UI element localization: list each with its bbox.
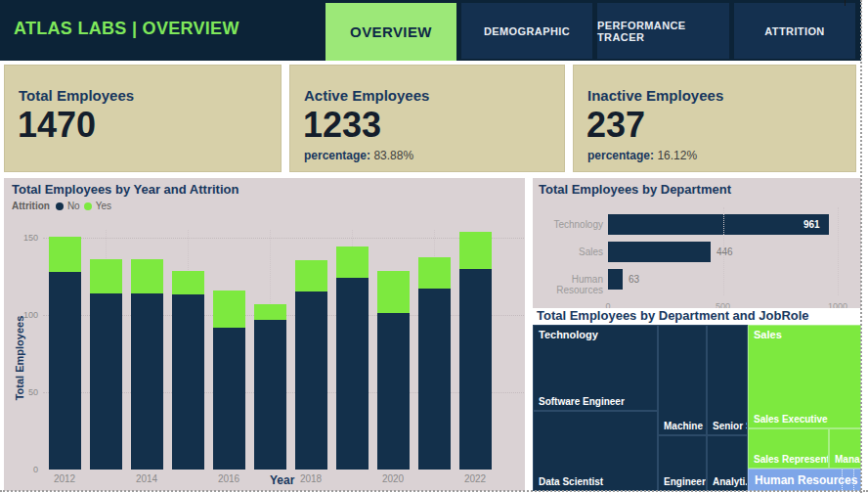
legend-dot-yes (84, 202, 92, 210)
treemap-cell-label: Senior S... (713, 421, 748, 431)
dept-value: 446 (716, 246, 733, 257)
card-value: 1233 (303, 105, 381, 146)
kpi-cards: Total Employees1470Active Employees1233p… (4, 65, 856, 172)
bar-plot-area: 050100150201220142016201820202022 (43, 230, 524, 470)
treemap-cell-label: Mana... (835, 454, 861, 465)
card-percentage-value: 83.88% (373, 149, 413, 162)
treemap-cell-engineering-manager[interactable]: Engineerin... (658, 435, 707, 491)
dept-x-tick-label: 500 (709, 301, 738, 308)
treemap-cell-software-engineer[interactable]: TechnologySoftware Engineer (533, 325, 658, 411)
treemap-cell-label: Machine ... (664, 421, 707, 431)
bar-segment-yes[interactable] (213, 291, 245, 328)
chart-title: Total Employees by Year and Attrition (12, 182, 239, 197)
dept-bar-human-resources[interactable] (608, 269, 623, 290)
nav-tabs: OVERVIEWDEMOGRAPHICPERFORMANCE TRACERATT… (326, 3, 855, 60)
treemap-cell-label: Data Scientist (539, 476, 603, 487)
bar-2020[interactable] (377, 271, 410, 470)
dept-bar-sales[interactable] (608, 242, 711, 262)
attrition-legend: Attrition No Yes (12, 201, 111, 211)
bar-2018[interactable] (295, 260, 327, 470)
bar-segment-no[interactable] (172, 294, 204, 470)
bar-segment-no[interactable] (377, 313, 410, 470)
card-percentage: percentage: 16.12% (587, 149, 697, 162)
dept-bar-technology[interactable] (608, 214, 829, 235)
bar-2015[interactable] (172, 271, 204, 470)
bar-2022[interactable] (459, 232, 492, 470)
x-tick-label: 2014 (127, 473, 166, 484)
header-bar: ATLAS LABS | OVERVIEW OVERVIEWDEMOGRAPHI… (0, 0, 861, 61)
bar-segment-no[interactable] (254, 320, 286, 470)
treemap-title: Total Employees by Department and JobRol… (537, 308, 809, 323)
y-tick-label: 50 (9, 387, 38, 397)
bar-segment-yes[interactable] (131, 259, 163, 293)
treemap-cell-label: Engineerin... (664, 476, 707, 487)
card-percentage-label: percentage: (304, 149, 370, 162)
kpi-card-inactive-employees: Inactive Employees237percentage: 16.12% (573, 65, 856, 172)
dept-label-human-resources: Human Resources (533, 274, 603, 295)
treemap-group-label: Technology (539, 329, 598, 340)
bar-segment-yes[interactable] (377, 271, 410, 313)
bar-segment-no[interactable] (49, 272, 81, 470)
legend-dot-no (56, 202, 64, 210)
chart-title: Total Employees by Department (539, 182, 731, 197)
tab-attrition[interactable]: ATTRITION (734, 3, 855, 59)
bar-2012[interactable] (49, 237, 81, 470)
bar-2017[interactable] (254, 304, 286, 470)
tab-performance-tracer[interactable]: PERFORMANCE TRACER (597, 3, 729, 59)
bar-segment-yes[interactable] (90, 259, 122, 293)
chart-department: Total Employees by Department Technology… (533, 178, 861, 308)
bar-segment-yes[interactable] (295, 260, 327, 291)
bar-2021[interactable] (418, 257, 451, 470)
treemap-cell-manager[interactable]: Mana... (829, 428, 861, 469)
treemap-cell-label: Sales Representati... (754, 454, 829, 465)
treemap-cell-sales-representative[interactable]: Sales Representati... (748, 428, 829, 469)
bar-segment-no[interactable] (131, 293, 163, 470)
bar-segment-yes[interactable] (49, 237, 81, 272)
bar-segment-no[interactable] (295, 291, 327, 470)
bar-segment-no[interactable] (90, 293, 122, 470)
bar-segment-yes[interactable] (172, 271, 204, 294)
card-percentage-label: percentage: (587, 149, 654, 162)
tab-overview[interactable]: OVERVIEW (326, 3, 456, 61)
treemap-cell-senior-software[interactable]: Senior S... (707, 325, 748, 435)
dept-value: 63 (629, 274, 639, 285)
bar-segment-yes[interactable] (254, 304, 286, 320)
y-tick-label: 150 (9, 233, 38, 243)
legend-label-yes: Yes (96, 201, 111, 211)
bar-segment-no[interactable] (459, 269, 492, 470)
page-title: ATLAS LABS | OVERVIEW (14, 19, 239, 39)
treemap-cell-label: Sales Executive (754, 414, 828, 425)
tab-demographic[interactable]: DEMOGRAPHIC (461, 3, 592, 59)
bar-segment-yes[interactable] (336, 246, 369, 278)
bar-segment-no[interactable] (418, 289, 451, 470)
treemap-department-jobrole: TechnologySoftware EngineerData Scientis… (533, 325, 861, 491)
bar-segment-yes[interactable] (418, 257, 451, 289)
legend-label-no: No (67, 201, 80, 211)
x-tick-label: 2020 (373, 473, 412, 484)
y-tick-label: 100 (9, 310, 38, 320)
card-title: Active Employees (304, 87, 429, 104)
bar-2019[interactable] (336, 246, 369, 470)
treemap-cell-divider (842, 470, 843, 490)
treemap-cell-human-resources[interactable]: Human Resources (748, 469, 861, 491)
bar-2016[interactable] (213, 291, 245, 470)
dept-label-technology: Technology (533, 219, 603, 230)
bar-2014[interactable] (131, 259, 163, 470)
x-tick-label: 2012 (45, 473, 84, 484)
bar-segment-no[interactable] (213, 328, 245, 470)
selection-border-right (860, 0, 862, 493)
treemap-cell-data-scientist[interactable]: Data Scientist (533, 411, 658, 491)
card-value: 237 (586, 105, 645, 146)
card-title: Inactive Employees (587, 87, 723, 104)
x-tick-label: 2016 (209, 473, 248, 484)
card-percentage-value: 16.12% (657, 149, 697, 162)
treemap-cell-sales-executive[interactable]: SalesSales Executive (748, 325, 861, 428)
treemap-cell-analytics[interactable]: Analyti... (707, 435, 748, 491)
card-percentage: percentage: 83.88% (304, 149, 413, 162)
y-tick-label: 0 (9, 465, 38, 474)
bar-segment-no[interactable] (336, 278, 369, 470)
treemap-cell-machine-learning[interactable]: Machine ... (658, 325, 707, 435)
bar-2013[interactable] (90, 259, 122, 470)
bar-segment-yes[interactable] (459, 232, 492, 269)
treemap-cell-label: Analyti... (713, 476, 748, 487)
